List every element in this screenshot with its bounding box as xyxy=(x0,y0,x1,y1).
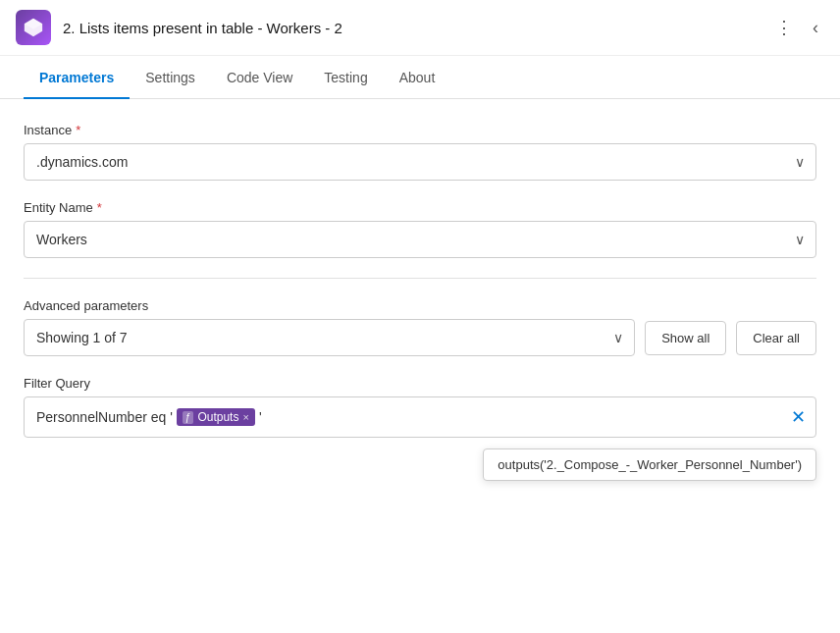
header-title: 2. Lists items present in table - Worker… xyxy=(63,20,758,36)
filter-prefix-text: PersonnelNumber eq ' xyxy=(36,409,173,425)
advanced-parameters-label: Advanced parameters xyxy=(24,298,816,313)
header-actions: ⋮ ‹ xyxy=(769,13,824,42)
chip-function-icon: ƒ xyxy=(183,411,194,424)
instance-required-star: * xyxy=(76,123,80,137)
filter-clear-button[interactable]: ✕ xyxy=(791,406,806,428)
filter-query-input[interactable]: PersonnelNumber eq ' ƒ Outputs × ' ✕ xyxy=(24,396,816,438)
chip-label: Outputs xyxy=(197,410,238,424)
filter-tooltip-popup: outputs('2._Compose_-_Worker_Personnel_N… xyxy=(483,448,816,481)
filter-query-label: Filter Query xyxy=(24,376,816,391)
app-container: 2. Lists items present in table - Worker… xyxy=(0,0,840,633)
filter-query-section: Filter Query PersonnelNumber eq ' ƒ Outp… xyxy=(24,376,816,438)
tab-testing[interactable]: Testing xyxy=(308,56,383,99)
instance-label: Instance * xyxy=(24,123,816,137)
advanced-parameters-dropdown[interactable]: Showing 1 of 7 xyxy=(24,319,635,356)
instance-dropdown-wrapper: .dynamics.com ∨ xyxy=(24,143,816,181)
entity-label: Entity Name * xyxy=(24,200,816,215)
tabs-bar: Parameters Settings Code View Testing Ab… xyxy=(0,56,840,99)
advanced-parameters-row: Showing 1 of 7 ∨ Show all Clear all xyxy=(24,319,816,356)
tab-settings[interactable]: Settings xyxy=(130,56,211,99)
filter-chip[interactable]: ƒ Outputs × xyxy=(177,408,255,426)
app-logo xyxy=(16,10,51,45)
section-divider xyxy=(24,278,816,279)
entity-field-group: Entity Name * Workers ∨ xyxy=(24,200,816,258)
chip-close-icon[interactable]: × xyxy=(242,411,248,423)
filter-suffix-text: ' xyxy=(259,409,262,425)
instance-field-group: Instance * .dynamics.com ∨ xyxy=(24,123,816,181)
tab-code-view[interactable]: Code View xyxy=(211,56,308,99)
advanced-parameters-section: Advanced parameters Showing 1 of 7 ∨ Sho… xyxy=(24,298,816,356)
instance-dropdown[interactable]: .dynamics.com xyxy=(24,143,816,181)
tab-about[interactable]: About xyxy=(384,56,451,99)
entity-required-star: * xyxy=(97,200,102,215)
tooltip-text: outputs('2._Compose_-_Worker_Personnel_N… xyxy=(498,457,802,472)
entity-dropdown-wrapper: Workers ∨ xyxy=(24,221,816,258)
entity-dropdown[interactable]: Workers xyxy=(24,221,816,258)
clear-all-button[interactable]: Clear all xyxy=(736,321,816,355)
advanced-dropdown-wrapper: Showing 1 of 7 ∨ xyxy=(24,319,635,356)
show-all-button[interactable]: Show all xyxy=(645,321,726,355)
tab-parameters[interactable]: Parameters xyxy=(24,56,130,99)
more-options-button[interactable]: ⋮ xyxy=(769,13,799,42)
header: 2. Lists items present in table - Worker… xyxy=(0,0,840,56)
back-button[interactable]: ‹ xyxy=(807,14,824,42)
main-content: Instance * .dynamics.com ∨ Entity Name *… xyxy=(0,99,840,633)
